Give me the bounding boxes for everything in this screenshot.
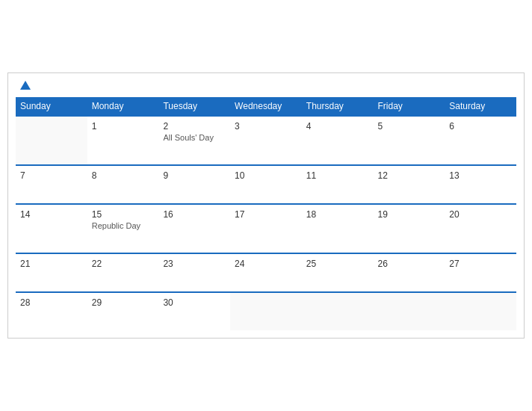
day-number: 21 bbox=[20, 259, 83, 269]
header-sunday: Sunday bbox=[16, 97, 87, 116]
day-number: 23 bbox=[163, 259, 226, 269]
calendar-week-row: 1415Republic Day1617181920 bbox=[16, 204, 516, 253]
day-number: 25 bbox=[306, 259, 369, 269]
day-number: 28 bbox=[20, 297, 83, 308]
calendar-table: Sunday Monday Tuesday Wednesday Thursday… bbox=[16, 97, 516, 330]
day-number: 7 bbox=[20, 170, 83, 181]
calendar-cell: 12 bbox=[374, 165, 445, 204]
day-number: 10 bbox=[235, 170, 297, 181]
day-number: 30 bbox=[163, 297, 226, 308]
calendar-cell bbox=[445, 292, 516, 330]
calendar-cell: 5 bbox=[374, 116, 445, 165]
calendar-cell bbox=[230, 292, 302, 330]
day-number: 27 bbox=[449, 259, 512, 269]
day-number: 29 bbox=[92, 297, 155, 308]
logo bbox=[19, 81, 31, 90]
weekday-header-row: Sunday Monday Tuesday Wednesday Thursday… bbox=[16, 97, 516, 116]
calendar-cell: 26 bbox=[374, 253, 445, 292]
header-saturday: Saturday bbox=[445, 97, 516, 116]
day-number: 3 bbox=[235, 121, 297, 132]
calendar-cell: 30 bbox=[158, 292, 230, 330]
day-number: 2 bbox=[163, 121, 226, 132]
day-number: 17 bbox=[235, 209, 297, 220]
header-thursday: Thursday bbox=[302, 97, 374, 116]
day-number: 22 bbox=[92, 259, 155, 269]
calendar-cell: 16 bbox=[158, 204, 230, 253]
calendar-cell: 18 bbox=[302, 204, 374, 253]
day-number: 24 bbox=[235, 259, 297, 269]
calendar-cell: 25 bbox=[302, 253, 374, 292]
calendar-header bbox=[16, 81, 516, 90]
day-number: 1 bbox=[92, 121, 155, 132]
calendar-cell bbox=[16, 116, 87, 165]
day-number: 13 bbox=[449, 170, 512, 181]
day-number: 19 bbox=[378, 209, 441, 220]
day-number: 11 bbox=[306, 170, 369, 181]
calendar-cell: 22 bbox=[87, 253, 159, 292]
calendar-cell: 11 bbox=[302, 165, 374, 204]
day-number: 6 bbox=[449, 121, 512, 132]
day-number: 4 bbox=[306, 121, 369, 132]
calendar-cell: 3 bbox=[230, 116, 302, 165]
header-wednesday: Wednesday bbox=[230, 97, 302, 116]
day-number: 12 bbox=[378, 170, 441, 181]
header-tuesday: Tuesday bbox=[158, 97, 230, 116]
day-event: Republic Day bbox=[92, 221, 155, 230]
calendar-cell: 27 bbox=[445, 253, 516, 292]
calendar-cell: 21 bbox=[16, 253, 87, 292]
calendar-cell: 17 bbox=[230, 204, 302, 253]
calendar-cell: 10 bbox=[230, 165, 302, 204]
calendar-cell: 20 bbox=[445, 204, 516, 253]
header-monday: Monday bbox=[87, 97, 159, 116]
day-number: 5 bbox=[378, 121, 441, 132]
day-number: 8 bbox=[92, 170, 155, 181]
calendar-week-row: 78910111213 bbox=[16, 165, 516, 204]
calendar-cell: 13 bbox=[445, 165, 516, 204]
calendar-cell bbox=[374, 292, 445, 330]
calendar-cell: 6 bbox=[445, 116, 516, 165]
day-number: 9 bbox=[163, 170, 226, 181]
calendar-cell: 1 bbox=[87, 116, 159, 165]
day-event: All Souls' Day bbox=[163, 133, 226, 142]
calendar-week-row: 12All Souls' Day3456 bbox=[16, 116, 516, 165]
calendar-cell: 4 bbox=[302, 116, 374, 165]
calendar-cell: 8 bbox=[87, 165, 159, 204]
header-friday: Friday bbox=[374, 97, 445, 116]
calendar: Sunday Monday Tuesday Wednesday Thursday… bbox=[7, 72, 525, 339]
day-number: 16 bbox=[163, 209, 226, 220]
calendar-cell: 24 bbox=[230, 253, 302, 292]
day-number: 18 bbox=[306, 209, 369, 220]
day-number: 15 bbox=[92, 209, 155, 220]
day-number: 20 bbox=[449, 209, 512, 220]
calendar-cell: 15Republic Day bbox=[87, 204, 159, 253]
calendar-cell: 23 bbox=[158, 253, 230, 292]
day-number: 14 bbox=[20, 209, 83, 220]
calendar-cell bbox=[302, 292, 374, 330]
day-number: 26 bbox=[378, 259, 441, 269]
calendar-cell: 14 bbox=[16, 204, 87, 253]
calendar-cell: 28 bbox=[16, 292, 87, 330]
calendar-cell: 29 bbox=[87, 292, 159, 330]
calendar-cell: 7 bbox=[16, 165, 87, 204]
calendar-week-row: 21222324252627 bbox=[16, 253, 516, 292]
calendar-cell: 9 bbox=[158, 165, 230, 204]
calendar-cell: 2All Souls' Day bbox=[158, 116, 230, 165]
calendar-cell: 19 bbox=[374, 204, 445, 253]
logo-triangle-icon bbox=[20, 81, 31, 90]
calendar-week-row: 282930 bbox=[16, 292, 516, 330]
